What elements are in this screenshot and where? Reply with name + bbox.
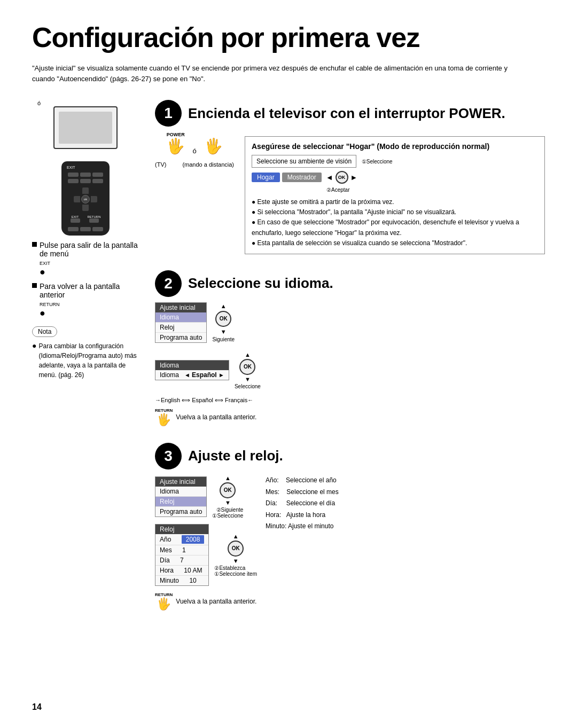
step-2: 2 Seleccione su idioma. Ajuste inicial I… — [155, 270, 545, 427]
return-hand-step2: RETURN 🖐 Vuelva a la pantalla anterior. — [155, 408, 545, 427]
step-3-layout: Ajuste inicial Idioma Reloj Programa aut… — [155, 475, 545, 586]
nota-label: Nota — [38, 328, 51, 335]
seleccione-label-3: ①Seleccione — [212, 513, 243, 519]
step-3-title: Ajuste el reloj. — [188, 448, 283, 464]
step3-hora-row: Hora 10 AM — [155, 566, 208, 576]
exit-area: EXIT — [71, 215, 80, 223]
step-3: 3 Ajuste el reloj. Ajuste inicial Idioma… — [155, 443, 545, 611]
o-label: ó — [37, 100, 41, 106]
info-dia: Día: Seleccione el día — [266, 498, 339, 510]
step3-reloj-header: Reloj — [155, 525, 208, 534]
return-note-label: RETURN — [40, 302, 60, 307]
step2-main-menu: Ajuste inicial Idioma Reloj Programa aut… — [155, 302, 207, 343]
tv-illustration: ó — [32, 100, 139, 152]
mando-label: (mando a distancia) — [182, 161, 234, 168]
step-3-number: 3 — [155, 443, 182, 469]
hora-value: 10 AM — [184, 567, 202, 574]
asegurese-box: Asegúrese de seleccionar "Hogar" (Modo d… — [245, 136, 545, 254]
siguiente-label-2: Siguiente — [212, 336, 235, 342]
step-1-num-text: 1 — [164, 105, 173, 122]
step-2-num-text: 2 — [164, 275, 173, 292]
intro-text: "Ajuste inicial" se visualiza solamente … — [32, 63, 513, 84]
ok-circle[interactable]: OK — [336, 171, 348, 184]
bullet-list: Este ajuste se omitirá a partir de la pr… — [252, 197, 538, 248]
minuto-value: 10 — [189, 577, 196, 584]
remote-btn-3 — [92, 173, 103, 177]
hand-power-icon: 🖐 — [166, 137, 185, 155]
establezca-label: ②Establezca — [214, 565, 257, 571]
step-2-layout: Ajuste inicial Idioma Reloj Programa aut… — [155, 302, 545, 404]
tv-box — [53, 106, 118, 149]
asegurese-title: Asegúrese de seleccionar "Hogar" (Modo d… — [252, 142, 538, 151]
remote-dpad: ok — [74, 187, 97, 211]
step3-minuto-row: Minuto 10 — [155, 576, 208, 585]
seleccione-item-label: ①Seleccione item — [214, 571, 257, 577]
exit-note-label: EXIT — [40, 261, 50, 266]
selector-row: Hogar Mostrador ◄ OK ► — [252, 171, 538, 184]
step-3-num-text: 3 — [164, 448, 173, 465]
hogar-btn[interactable]: Hogar — [252, 173, 280, 182]
mostrador-btn[interactable]: Mostrador — [282, 173, 322, 182]
info-minuto: Minuto: Ajuste el minuto — [266, 521, 339, 533]
right-column: 1 Encienda el televisor con el interrupt… — [155, 100, 545, 627]
ok-btn-step2[interactable]: OK — [215, 311, 231, 327]
step-1-content: POWER 🖐 ó 🖐 (TV) (mando a distancia) — [155, 132, 545, 254]
step3-programa: Programa auto — [155, 507, 206, 516]
ambiente-label: Seleccione su ambiente de visión — [256, 158, 352, 165]
step2-menu-programa: Programa auto — [155, 333, 206, 342]
remote-btn-9 — [92, 227, 103, 231]
nota-content: Para cambiar la configuración (Idioma/Re… — [38, 341, 139, 380]
dpad-left-btn — [74, 196, 80, 202]
remote-btn-8 — [80, 227, 91, 231]
step3-menu-header: Ajuste inicial — [155, 477, 206, 487]
dia-value: 7 — [180, 557, 184, 564]
remote-btn-7 — [68, 227, 79, 231]
return-area: RETURN — [88, 215, 101, 223]
step-3-info: Año: Seleccione el año Mes: Seleccione e… — [266, 475, 339, 533]
remote-btn-6 — [92, 179, 103, 183]
remote-btn-2 — [80, 173, 91, 177]
bullet-item-3: En caso de que seleccione "Mostrador" po… — [252, 217, 538, 238]
remote-btn-5 — [80, 179, 91, 183]
exit-note: Pulse para salir de la pantalla de menú … — [32, 241, 139, 278]
return-label-step3: RETURN — [155, 592, 173, 597]
step-2-header: 2 Seleccione su idioma. — [155, 270, 545, 297]
bullet-item-4: Esta pantalla de selección se visualiza … — [252, 238, 538, 248]
step-3-header: 3 Ajuste el reloj. — [155, 443, 545, 469]
hogar-label: Hogar — [257, 174, 275, 181]
hand-remote-icon: 🖐 — [204, 137, 223, 155]
ok-btn-reloj[interactable]: OK — [228, 541, 244, 557]
left-column: ó EXIT — [32, 100, 139, 380]
step-1-header: 1 Encienda el televisor con el interrupt… — [155, 100, 545, 127]
nota-box: Nota — [32, 326, 57, 337]
idioma-value: Español — [192, 371, 217, 379]
o-sep: ó — [192, 147, 196, 155]
ano-value: 2008 — [182, 535, 205, 544]
bullet-icon-2 — [32, 283, 37, 288]
vuelva-text-step2: Vuelva a la pantalla anterior. — [176, 413, 256, 421]
dpad-down-btn — [82, 205, 89, 211]
dpad-right-btn — [91, 196, 97, 202]
return-note-text: Para volver a la pantalla anterior — [40, 282, 120, 299]
exit-btn — [71, 218, 80, 223]
dpad-up-btn — [82, 187, 89, 194]
page-title: Configuración por primera vez — [32, 21, 545, 53]
remote-btn-4 — [68, 179, 79, 183]
ok-button[interactable]: ok — [81, 195, 90, 203]
step3-dia-row: Día 7 — [155, 555, 208, 566]
power-icons: POWER 🖐 ó 🖐 (TV) (mando a distancia) — [155, 132, 234, 168]
bullet-icon — [32, 242, 37, 247]
info-mes: Mes: Seleccione el mes — [266, 487, 339, 498]
ok-btn-step3[interactable]: OK — [220, 482, 236, 498]
tv-label: (TV) — [155, 161, 166, 168]
info-hora: Hora: Ajuste la hora — [266, 510, 339, 521]
step3-reloj: Reloj — [155, 497, 206, 507]
page: Configuración por primera vez "Ajuste in… — [0, 0, 577, 648]
seleccione-label-2: Seleccione — [235, 383, 261, 389]
step-1-title: Encienda el televisor con el interruptor… — [188, 105, 505, 122]
step3-reloj-box: Reloj Año 2008 Mes 1 Dí — [155, 524, 209, 586]
ok-btn-step2-idioma[interactable]: OK — [239, 359, 255, 375]
mes-value: 1 — [182, 546, 186, 554]
mostrador-label: Mostrador — [287, 174, 316, 181]
step-1-number: 1 — [155, 100, 182, 127]
